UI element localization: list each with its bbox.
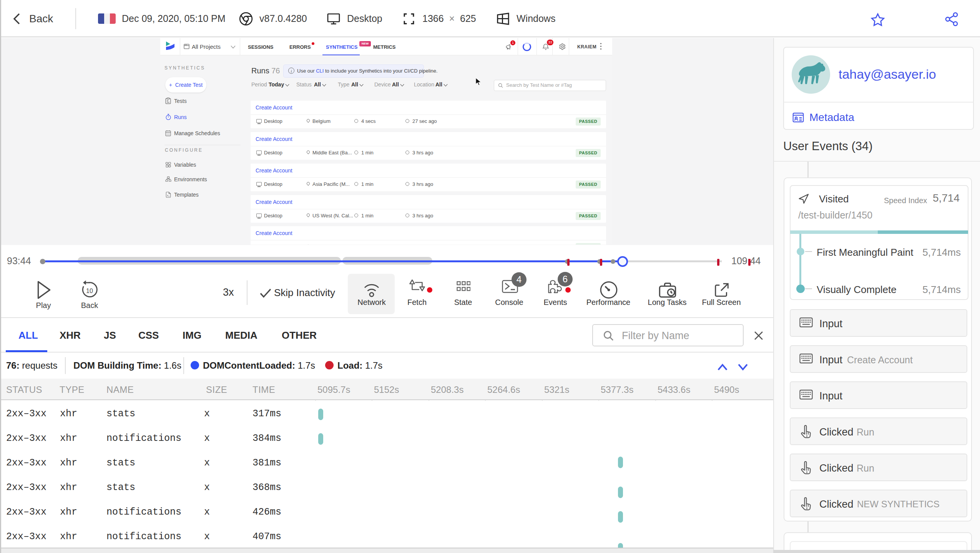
svg-text:10: 10 <box>86 288 93 294</box>
